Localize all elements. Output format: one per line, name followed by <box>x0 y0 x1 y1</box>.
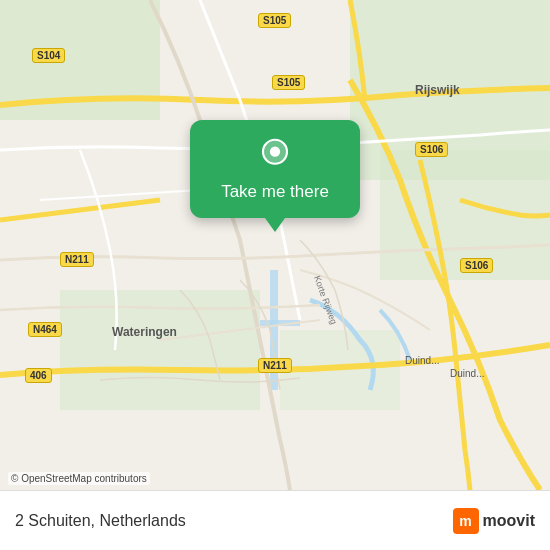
road-label-n464: N464 <box>28 322 62 337</box>
popup-label: Take me there <box>221 182 329 202</box>
popup-card[interactable]: Take me there <box>190 120 360 218</box>
moovit-text: moovit <box>483 512 535 530</box>
svg-point-9 <box>270 147 280 157</box>
map-container: S104 S105 S105 S106 S106 N211 N211 N464 … <box>0 0 550 550</box>
place-label-wateringen: Wateringen <box>112 325 177 339</box>
place-label-duindorp2: Duind... <box>450 368 484 379</box>
road-label-s106a: S106 <box>415 142 448 157</box>
place-label-duindorp1: Duind... <box>405 355 439 366</box>
location-pin-icon <box>257 138 293 174</box>
road-label-s104: S104 <box>32 48 65 63</box>
map-svg <box>0 0 550 490</box>
road-label-s105b: S105 <box>272 75 305 90</box>
popup-bubble[interactable]: Take me there <box>190 120 360 218</box>
moovit-logo: m moovit <box>453 508 535 534</box>
location-name: 2 Schuiten, Netherlands <box>15 512 186 530</box>
road-label-n211b: N211 <box>258 358 292 373</box>
road-label-s106b: S106 <box>460 258 493 273</box>
road-label-n211a: N211 <box>60 252 94 267</box>
moovit-icon: m <box>453 508 479 534</box>
place-label-rijswijk: Rijswijk <box>415 83 460 97</box>
road-label-s105a: S105 <box>258 13 291 28</box>
road-label-406: 406 <box>25 368 52 383</box>
map-attribution: © OpenStreetMap contributors <box>8 472 150 485</box>
info-bar: 2 Schuiten, Netherlands m moovit <box>0 490 550 550</box>
